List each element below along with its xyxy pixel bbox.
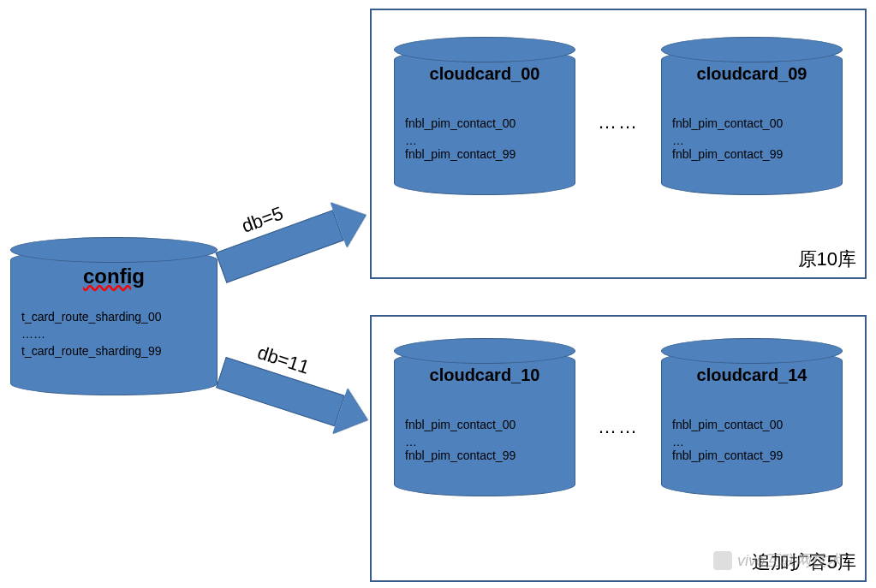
arrow-shape (214, 197, 372, 287)
cloudcard-10-title: cloudcard_10 (395, 365, 575, 385)
cylinder-body: cloudcard_10 fnbl_pim_contact_00 … fnbl_… (394, 349, 575, 496)
config-db-line1: t_card_route_sharding_00 (21, 309, 210, 325)
original-10-db-label: 原10库 (798, 246, 856, 272)
watermark: vivo互联网技术 (713, 550, 842, 571)
cylinder-lid (394, 338, 575, 364)
top-ellipsis: …… (598, 111, 639, 134)
cloudcard-10-cylinder: cloudcard_10 fnbl_pim_contact_00 … fnbl_… (394, 349, 574, 495)
cloudcard-00-cylinder: cloudcard_00 fnbl_pim_contact_00 … fnbl_… (394, 48, 574, 193)
cylinder-body: cloudcard_00 fnbl_pim_contact_00 … fnbl_… (394, 48, 575, 195)
cylinder-lid (661, 37, 843, 62)
cloudcard-09-cylinder: cloudcard_09 fnbl_pim_contact_00 … fnbl_… (661, 48, 841, 193)
bottom-ellipsis: …… (598, 416, 639, 438)
arrow-db5: db=5 (214, 197, 372, 287)
cloudcard-00-line1: fnbl_pim_contact_00 (405, 116, 568, 132)
cylinder-lid (394, 37, 575, 62)
cloudcard-09-line2: fnbl_pim_contact_99 (672, 146, 835, 163)
cloudcard-00-line2: fnbl_pim_contact_99 (405, 146, 568, 163)
cloudcard-09-title: cloudcard_09 (662, 64, 842, 84)
cloudcard-10-line2: fnbl_pim_contact_99 (405, 448, 568, 464)
wechat-icon (713, 551, 732, 570)
cloudcard-10-line1: fnbl_pim_contact_00 (405, 417, 568, 433)
cylinder-lid (10, 237, 218, 263)
cloudcard-09-line1: fnbl_pim_contact_00 (672, 116, 835, 132)
cylinder-body: config t_card_route_sharding_00 …… t_car… (10, 248, 218, 395)
config-db-title: config (11, 264, 217, 288)
cylinder-body: cloudcard_14 fnbl_pim_contact_00 … fnbl_… (661, 349, 843, 496)
cloudcard-14-line2: fnbl_pim_contact_99 (672, 448, 835, 464)
cylinder-body: cloudcard_09 fnbl_pim_contact_00 … fnbl_… (661, 48, 843, 195)
config-db-cylinder: config t_card_route_sharding_00 …… t_car… (10, 248, 216, 394)
cloudcard-14-line1: fnbl_pim_contact_00 (672, 417, 835, 433)
config-db-dots: …… (21, 326, 210, 342)
cloudcard-14-cylinder: cloudcard_14 fnbl_pim_contact_00 … fnbl_… (661, 349, 841, 495)
config-db-line2: t_card_route_sharding_99 (21, 343, 210, 359)
watermark-text: vivo互联网技术 (737, 550, 842, 571)
cloudcard-00-title: cloudcard_00 (395, 64, 575, 84)
arrow-db11: db=11 (215, 353, 373, 438)
cylinder-lid (661, 338, 843, 364)
cloudcard-14-title: cloudcard_14 (662, 365, 842, 385)
